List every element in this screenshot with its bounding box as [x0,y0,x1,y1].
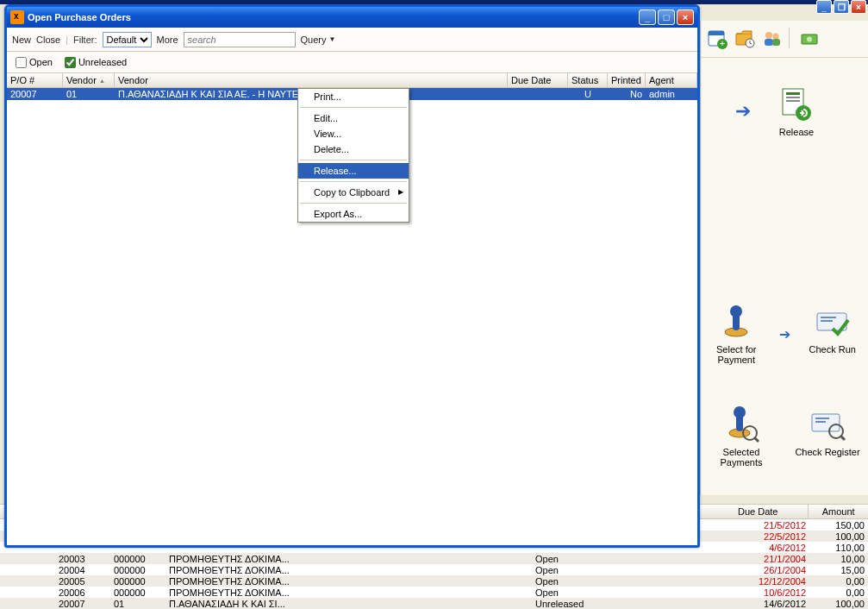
col-due[interactable]: Due Date [508,73,568,87]
toolbar: New Close | Filter: Default More Query▼ [7,28,697,52]
titlebar[interactable]: Open Purchase Orders _ □ × [7,7,697,28]
grid-body[interactable]: 20007 01 Π.ΑΘΑΝΑΣΙΑΔΗ Κ ΚΑΙ ΣΙΑ ΑΕ. - Η … [7,88,697,545]
svg-rect-29 [815,418,829,419]
open-checkbox[interactable]: Open [16,57,53,68]
check-run-action[interactable]: Check Run [799,303,867,365]
minimize-button[interactable]: _ [639,9,656,25]
svg-rect-1 [709,31,724,35]
col-vendor-short[interactable]: Vendor [63,73,115,87]
svg-rect-21 [821,317,836,318]
col-vendor-long[interactable]: Vendor [115,73,508,87]
new-button[interactable]: New [12,35,31,45]
open-purchase-orders-window: Open Purchase Orders _ □ × New Close | F… [4,4,700,548]
svg-point-25 [734,406,746,418]
svg-text:+: + [720,38,725,48]
maximize-button[interactable]: □ [658,9,675,25]
filter-select[interactable]: Default [103,32,152,47]
menu-copy-clipboard[interactable]: Copy to Clipboard [298,185,409,200]
svg-rect-22 [821,320,833,322]
check-run-label: Check Run [809,344,856,355]
unreleased-checkbox[interactable]: Unreleased [65,57,127,68]
release-label: Release [779,127,814,137]
table-row[interactable]: 20004000000ΠΡΟΜΗΘΕΥΤΗΣ ΔΟΚΙΜΑ...Open26/1… [0,564,868,575]
svg-rect-30 [815,421,826,423]
menu-export[interactable]: Export As... [298,206,409,222]
money-icon[interactable] [799,28,821,50]
release-action[interactable]: Release [759,85,834,137]
menu-delete[interactable]: Delete... [298,141,409,157]
people-icon[interactable] [761,28,784,50]
check-register-action[interactable]: Check Register [790,405,865,468]
col-status[interactable]: Status [568,73,608,87]
selected-payments-label: Selected Payments [704,447,778,468]
svg-point-19 [730,305,742,317]
more-button[interactable]: More [157,35,178,45]
grid-header[interactable]: P/O # Vendor Vendor Due Date Status Prin… [7,72,697,88]
svg-rect-15 [786,100,800,102]
svg-rect-9 [772,39,780,46]
svg-rect-14 [786,97,800,98]
bg-col-amount[interactable]: Amount [809,505,868,518]
table-row[interactable]: 20005000000ΠΡΟΜΗΘΕΥΤΗΣ ΔΟΚΙΜΑ...Open12/1… [0,575,868,587]
svg-point-11 [807,37,812,42]
calendar-add-icon[interactable]: + [706,28,728,50]
svg-point-6 [765,32,772,39]
parent-close-button[interactable]: × [851,0,866,14]
parent-restore-button[interactable]: ❐ [834,0,849,14]
app-icon [10,10,24,24]
search-input[interactable] [184,32,296,47]
select-for-payment-action[interactable]: Select for Payment [703,303,771,365]
check-register-label: Check Register [795,447,859,457]
svg-line-32 [840,436,845,440]
svg-rect-7 [765,39,773,46]
filter-row: Open Unreleased [7,52,697,72]
bg-col-due[interactable]: Due Date [708,505,809,518]
close-list-button[interactable]: Close [36,35,60,45]
arrow-right-icon: ➔ [735,100,751,122]
svg-line-27 [754,437,759,442]
query-button[interactable]: Query▼ [301,35,336,45]
menu-view[interactable]: View... [298,126,409,141]
col-po[interactable]: P/O # [7,73,63,87]
close-button[interactable]: × [677,9,694,25]
table-row[interactable]: 20006000000ΠΡΟΜΗΘΕΥΤΗΣ ΔΟΚΙΜΑ...Open10/6… [0,587,868,598]
table-row[interactable]: 2000701Π.ΑΘΑΝΑΣΙΑΔΗ Κ ΚΑΙ ΣΙ...Unrelease… [0,598,868,609]
menu-release[interactable]: Release... [298,163,409,179]
menu-edit[interactable]: Edit... [298,110,409,126]
col-printed[interactable]: Printed [608,73,646,87]
parent-minimize-button[interactable]: _ [816,0,832,14]
filter-label: Filter: [73,35,97,45]
side-panel: + ➔ Release [700,21,868,495]
col-agent[interactable]: Agent [646,73,697,87]
arrow-right-icon: ➔ [779,326,790,342]
folder-clock-icon[interactable] [734,28,756,50]
menu-print[interactable]: Print... [298,89,409,104]
parent-window-controls: _ ❐ × [816,0,866,14]
window-title: Open Purchase Orders [28,12,639,22]
table-row[interactable]: 20003000000ΠΡΟΜΗΘΕΥΤΗΣ ΔΟΚΙΜΑ...Open21/1… [0,553,868,564]
context-menu: Print... Edit... View... Delete... Relea… [297,88,409,223]
select-for-payment-label: Select for Payment [703,344,771,365]
svg-rect-13 [786,92,800,95]
svg-point-8 [773,34,779,40]
selected-payments-action[interactable]: Selected Payments [704,405,778,468]
